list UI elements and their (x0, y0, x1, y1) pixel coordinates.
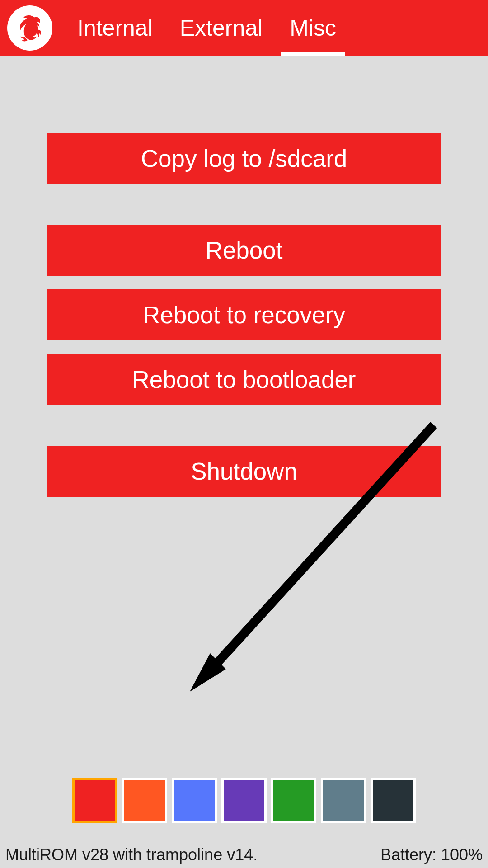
color-swatch-red[interactable] (72, 778, 117, 823)
version-text: MultiROM v28 with trampoline v14. (5, 845, 258, 864)
battery-text: Battery: 100% (380, 845, 483, 864)
tab-internal[interactable]: Internal (64, 0, 166, 56)
color-swatch-green[interactable] (271, 778, 316, 823)
color-swatch-grey[interactable] (321, 778, 366, 823)
color-swatch-dark[interactable] (371, 778, 416, 823)
reboot-recovery-button[interactable]: Reboot to recovery (47, 289, 441, 340)
button-group-shutdown: Shutdown (47, 446, 441, 497)
color-swatches (72, 778, 416, 823)
tab-misc[interactable]: Misc (276, 0, 350, 56)
content: Copy log to /sdcard Reboot Reboot to rec… (0, 56, 488, 497)
button-group-reboot: Reboot Reboot to recovery Reboot to boot… (47, 225, 441, 405)
logo-icon (7, 5, 52, 51)
copy-log-button[interactable]: Copy log to /sdcard (47, 133, 441, 184)
tabs: Internal External Misc (64, 0, 481, 56)
header: Internal External Misc (0, 0, 488, 56)
tab-external[interactable]: External (166, 0, 276, 56)
color-swatch-purple[interactable] (221, 778, 267, 823)
shutdown-button[interactable]: Shutdown (47, 446, 441, 497)
reboot-button[interactable]: Reboot (47, 225, 441, 276)
color-swatch-orange[interactable] (122, 778, 167, 823)
reboot-bootloader-button[interactable]: Reboot to bootloader (47, 354, 441, 405)
color-swatch-blue[interactable] (172, 778, 217, 823)
button-group-log: Copy log to /sdcard (47, 133, 441, 184)
svg-marker-1 (190, 653, 226, 692)
footer: MultiROM v28 with trampoline v14. Batter… (0, 842, 488, 868)
